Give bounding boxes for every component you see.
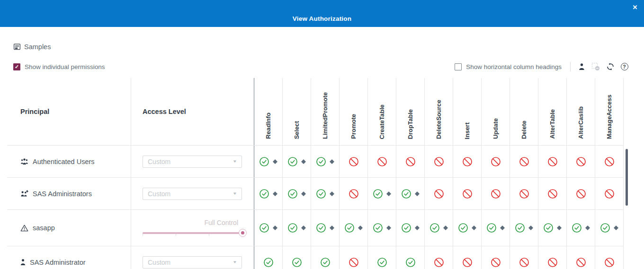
access-level-cell: Custom▼: [131, 246, 254, 269]
diamond-icon: [330, 226, 334, 230]
grant-icon: [600, 223, 610, 233]
table-row: Authenticated UsersCustom▼: [7, 146, 624, 178]
close-icon[interactable]: ✕: [630, 2, 640, 12]
deny-icon: [576, 156, 586, 167]
show-individual-permissions-checkbox[interactable]: ✓: [13, 63, 20, 70]
permission-cell-promote: [340, 146, 368, 177]
principal-column-header: Principal: [7, 78, 131, 145]
deny-icon: [547, 156, 558, 167]
refresh-icon[interactable]: [606, 62, 615, 71]
deny-icon: [547, 189, 558, 199]
permission-cell-altertable: [538, 246, 567, 269]
access-level-dropdown[interactable]: Custom▼: [143, 156, 242, 168]
permission-column-label: Promote: [350, 114, 357, 139]
permission-cell-deletesource: [425, 178, 453, 209]
permission-cell-readinfo: [254, 178, 283, 209]
grant-icon: [263, 257, 274, 268]
diamond-icon: [500, 226, 505, 230]
permission-cell-altercaslib: [567, 246, 595, 269]
permission-cell-limitedpromote: [311, 146, 340, 177]
diamond-icon: [358, 226, 363, 230]
permission-cell-deletesource: [425, 246, 453, 269]
diamond-icon: [301, 226, 306, 230]
permission-column-header: Update: [482, 78, 510, 145]
show-individual-permissions-label: Show individual permissions: [25, 63, 105, 70]
permission-column-header: ReadInfo: [254, 78, 283, 145]
caslib-line: Samples: [13, 43, 51, 51]
access-level-value: Full Control: [204, 219, 238, 226]
deny-icon: [576, 257, 586, 268]
grant-icon: [316, 189, 326, 199]
diamond-icon: [415, 226, 420, 230]
access-level-cell: Custom▼: [131, 178, 254, 209]
deny-icon: [604, 189, 615, 199]
grant-icon: [259, 223, 269, 233]
diamond-icon: [330, 159, 334, 164]
permission-column-label: Insert: [464, 122, 471, 139]
grant-icon: [259, 156, 269, 167]
access-level-dropdown[interactable]: Custom▼: [143, 188, 242, 200]
dialog-titlebar: View Authorization ✕: [0, 0, 644, 27]
diamond-icon: [330, 191, 334, 196]
permission-cell-altertable: [538, 146, 567, 177]
permission-cell-insert: [453, 246, 482, 269]
diamond-icon: [443, 226, 448, 230]
permission-cell-droptable: [396, 146, 425, 177]
access-level-slider[interactable]: Full Control: [143, 216, 243, 240]
deny-icon: [519, 257, 529, 268]
slider-thumb-dot: [241, 231, 244, 234]
principal-cell: Authenticated Users: [7, 146, 131, 177]
permission-cell-select: [283, 178, 311, 209]
permission-cell-deletesource: [425, 210, 453, 246]
table-body: Authenticated UsersCustom▼SAS Administra…: [7, 146, 624, 269]
show-horizontal-headings-checkbox[interactable]: [455, 63, 462, 70]
deny-icon: [434, 156, 444, 167]
deny-icon: [519, 156, 529, 167]
permission-cell-limitedpromote: [311, 246, 340, 269]
deny-icon: [434, 257, 444, 268]
grant-icon: [316, 156, 326, 167]
permission-cell-altercaslib: [567, 210, 595, 246]
help-icon[interactable]: ?: [620, 62, 629, 71]
grant-icon: [515, 223, 525, 233]
diamond-icon: [301, 159, 306, 164]
permission-cell-limitedpromote: [311, 178, 340, 209]
caslib-icon: [13, 43, 21, 51]
permission-cell-droptable: [396, 210, 425, 246]
permission-cell-altertable: [538, 210, 567, 246]
permission-cell-droptable: [396, 178, 425, 209]
permission-cell-promote: [340, 178, 368, 209]
access-level-cell: Custom▼: [131, 146, 254, 177]
permission-cell-manageaccess: [595, 210, 624, 246]
deny-icon: [604, 156, 615, 167]
permission-column-label: Delete: [520, 121, 528, 139]
permission-column-header: ManageAccess: [595, 78, 624, 145]
user-icon[interactable]: [577, 62, 586, 71]
permission-column-label: ManageAccess: [606, 95, 613, 139]
permission-cell-update: [482, 210, 510, 246]
deny-icon: [462, 156, 473, 167]
grant-icon: [429, 223, 440, 233]
permission-cell-limitedpromote: [311, 210, 340, 246]
authorization-table: Principal Access Level ReadInfoSelectLim…: [7, 78, 624, 269]
permission-column-header: LimitedPromote: [311, 78, 340, 145]
deny-icon: [405, 156, 416, 167]
permission-cell-update: [482, 246, 510, 269]
deny-icon: [604, 257, 615, 268]
diamond-icon: [273, 191, 277, 196]
permission-column-header: Insert: [453, 78, 482, 145]
grant-icon: [259, 189, 269, 199]
table-row: SAS AdministratorsCustom▼: [7, 178, 624, 210]
access-level-dropdown[interactable]: Custom▼: [143, 256, 242, 269]
permission-cell-delete: [510, 178, 538, 209]
permission-column-header: AlterTable: [538, 78, 567, 145]
grant-icon: [287, 189, 298, 199]
deny-icon: [491, 189, 501, 199]
permission-cell-altercaslib: [567, 146, 595, 177]
permission-cell-select: [283, 210, 311, 246]
slider-thumb[interactable]: [239, 229, 247, 237]
permission-column-label: AlterCaslib: [577, 106, 584, 139]
vertical-scrollbar[interactable]: [626, 149, 628, 206]
deny-icon: [349, 257, 359, 268]
access-level-value: Custom: [148, 158, 170, 165]
